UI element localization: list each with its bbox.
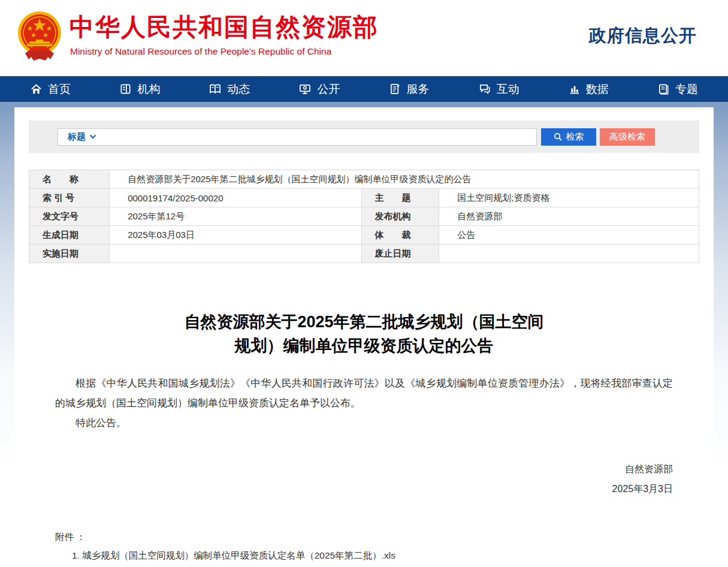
page-background: 标题 检索 高级检索 名 称 自然资源部关于2025年第二批城乡规划（国土空间规… [0,107,728,567]
meta-label-issuing-agency: 发布机构 [361,207,439,226]
advanced-search-label: 高级检索 [609,131,645,143]
meta-value-issuing-agency: 自然资源部 [439,207,699,226]
signer: 自然资源部 [55,459,673,479]
nav-underline-strip [0,102,728,107]
table-row: 索 引 号 000019174/2025-00020 主 题 国土空间规划;资质… [29,189,699,207]
sign-date: 2025年3月3日 [55,479,673,499]
paragraph: 根据《中华人民共和国城乡规划法》《中华人民共和国行政许可法》以及《城乡规划编制单… [55,373,673,413]
service-document-icon [389,83,401,95]
organization-icon [119,83,132,95]
meta-value-created-date: 2025年03月03日 [110,226,361,245]
meta-value-effective-date [110,245,361,263]
nav-item-home[interactable]: 首页 [30,82,71,97]
meta-value-subject: 国土空间规划;资质资格 [439,189,699,207]
table-row: 实施日期 废止日期 [29,245,699,263]
document-body: 根据《中华人民共和国城乡规划法》《中华人民共和国行政许可法》以及《城乡规划编制单… [55,373,673,433]
nav-label: 首页 [48,82,71,97]
meta-value-doc-number: 2025年第12号 [110,207,361,226]
meta-label-subject: 主 题 [361,189,439,207]
nav-label: 公开 [317,82,340,97]
nav-item-news[interactable]: 动态 [209,82,250,97]
table-row: 发文字号 2025年第12号 发布机构 自然资源部 [29,207,699,226]
site-subtitle: Ministry of Natural Resources of the Peo… [70,46,331,57]
nav-label: 服务 [407,82,430,97]
home-icon [30,83,43,95]
paragraph: 特此公告。 [55,413,673,433]
china-national-emblem-icon [17,8,62,68]
attachment-link-2[interactable]: 2. 甲级规划资质证书变更情况.xlsx [55,565,673,567]
data-barchart-icon [568,83,581,95]
meta-label-index-number: 索 引 号 [29,189,110,207]
attachments-label: 附件 ： [55,527,673,546]
title-line-2: 规划）编制单位甲级资质认定的公告 [55,334,673,358]
nav-item-topics[interactable]: 专题 [657,82,698,97]
document-content: 自然资源部关于2025年第二批城乡规划（国土空间 规划）编制单位甲级资质认定的公… [29,310,699,567]
search-bar: 标题 检索 高级检索 [29,120,699,153]
table-row: 生成日期 2025年03月03日 体 裁 公告 [29,226,699,245]
interaction-chat-icon [478,83,491,95]
nav-item-organization[interactable]: 机构 [119,82,160,97]
meta-label-name: 名 称 [29,170,110,189]
nav-item-disclosure[interactable]: 公开 [298,82,340,97]
nav-label: 专题 [675,82,698,97]
search-input[interactable] [96,129,536,145]
chevron-down-icon [89,134,96,139]
page-title: 自然资源部关于2025年第二批城乡规划（国土空间 规划）编制单位甲级资质认定的公… [55,310,673,358]
nav-item-services[interactable]: 服务 [389,82,430,97]
meta-label-doc-number: 发文字号 [29,207,110,226]
nav-label: 互动 [497,82,519,97]
title-line-1: 自然资源部关于2025年第二批城乡规划（国土空间 [55,310,673,334]
nav-label: 机构 [137,82,160,97]
attachment-link-1[interactable]: 1. 城乡规划（国土空间规划）编制单位甲级资质认定名单（2025年第二批）.xl… [55,546,673,565]
meta-value-repeal-date [439,245,699,263]
disclosure-monitor-icon [298,83,312,95]
signature-block: 自然资源部 2025年3月3日 [55,459,673,499]
gov-info-disclosure-link[interactable]: 政府信息公开 [589,24,697,48]
nav-label: 动态 [227,82,250,97]
advanced-search-button[interactable]: 高级检索 [600,128,655,146]
main-nav: 首页 机构 动态 公开 服务 互动 数据 专题 [0,76,728,102]
search-box[interactable]: 标题 [58,128,537,146]
attachments-section: 附件 ： 1. 城乡规划（国土空间规划）编制单位甲级资质认定名单（2025年第二… [55,527,673,567]
search-button-label: 检索 [566,131,584,143]
meta-value-genre: 公告 [439,226,699,245]
site-title: 中华人民共和国自然资源部 [70,11,379,44]
topics-book-icon [657,83,670,95]
meta-label-effective-date: 实施日期 [29,245,110,263]
nav-label: 数据 [586,82,609,97]
content-container: 标题 检索 高级检索 名 称 自然资源部关于2025年第二批城乡规划（国土空间规… [14,107,714,567]
site-header: 中华人民共和国自然资源部 Ministry of Natural Resourc… [0,0,728,76]
table-row: 名 称 自然资源部关于2025年第二批城乡规划（国土空间规划）编制单位甲级资质认… [29,170,699,189]
nav-item-interaction[interactable]: 互动 [478,82,519,97]
search-category-dropdown[interactable]: 标题 [68,131,96,143]
meta-label-repeal-date: 废止日期 [361,245,439,263]
search-category-label: 标题 [68,131,86,143]
meta-value-index-number: 000019174/2025-00020 [110,189,361,207]
meta-label-genre: 体 裁 [361,226,439,245]
search-icon [554,132,563,141]
meta-label-created-date: 生成日期 [29,226,110,245]
document-meta-table: 名 称 自然资源部关于2025年第二批城乡规划（国土空间规划）编制单位甲级资质认… [29,170,699,263]
news-book-icon [209,83,222,95]
search-button[interactable]: 检索 [541,128,596,146]
meta-value-name: 自然资源部关于2025年第二批城乡规划（国土空间规划）编制单位甲级资质认定的公告 [110,170,699,189]
nav-item-data[interactable]: 数据 [568,82,609,97]
